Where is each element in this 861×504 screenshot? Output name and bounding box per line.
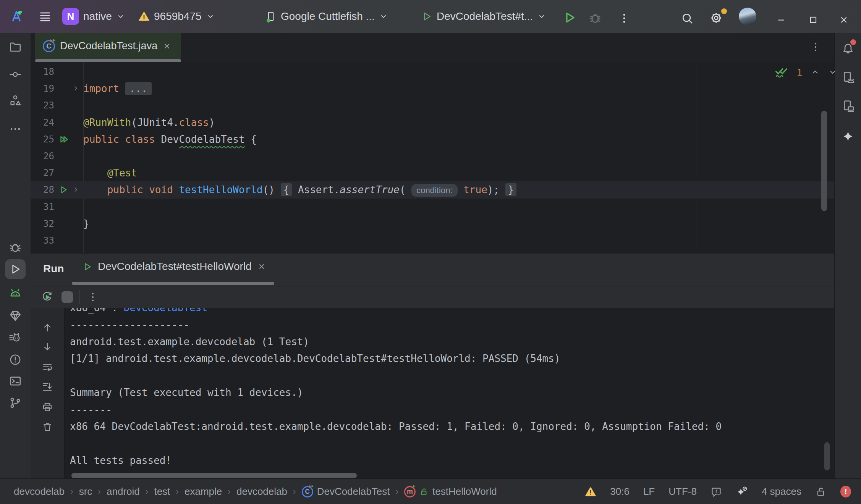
console-hscrollbar[interactable] (71, 473, 357, 478)
breadcrumb-item[interactable]: android (107, 486, 140, 498)
error-badge[interactable]: ! (840, 486, 851, 498)
code-text: } (83, 218, 89, 229)
console-scroll-to-end-button[interactable] (42, 381, 53, 393)
prev-highlight-icon[interactable] (811, 68, 820, 77)
breadcrumb-separator: › (70, 486, 73, 497)
gutter-icons (54, 63, 83, 80)
code-line-28[interactable]: 28 public void testHelloWorld() { Assert… (31, 181, 834, 198)
breadcrumb-item[interactable]: src (79, 486, 92, 498)
debug-button[interactable] (588, 10, 602, 26)
line-number: 32 (31, 218, 54, 229)
caret-position[interactable]: 30:6 (610, 486, 630, 498)
tool-stripe-debug-button[interactable] (5, 237, 26, 257)
file-encoding[interactable]: UTF-8 (668, 486, 697, 498)
code-line-31[interactable]: 31 (31, 199, 834, 215)
editor-tab-label: DevCodelabTest.java (60, 40, 157, 52)
run-tab[interactable]: DevCodelabTest#testHelloWorld (82, 260, 266, 273)
tool-stripe-project-button[interactable] (5, 37, 26, 57)
breadcrumb-item[interactable]: devcodelab (236, 486, 287, 498)
breadcrumb-separator: › (395, 486, 398, 497)
run-tabstrip-scrollbar[interactable] (72, 282, 274, 285)
run-tab-close-icon[interactable] (257, 262, 266, 271)
code-line-33[interactable]: 33 (31, 232, 834, 249)
rerun-button[interactable] (40, 291, 53, 304)
console-output[interactable]: x86_64 : DevCodelabTest-----------------… (64, 308, 834, 479)
tool-stripe-logcat-button[interactable] (5, 283, 26, 303)
run-tab-label: DevCodelabTest#testHelloWorld (98, 260, 252, 273)
tool-stripe-notifications-button[interactable] (838, 39, 858, 58)
warning-icon[interactable] (585, 486, 596, 498)
console-line (70, 367, 834, 384)
breadcrumb-method[interactable]: mtestHelloWorld (404, 486, 497, 498)
maximize-button[interactable] (808, 11, 818, 28)
run-panel-title: Run (43, 263, 64, 275)
search-everywhere-button[interactable] (681, 10, 694, 27)
fold-chevron-icon[interactable] (73, 85, 79, 92)
java-test-class-icon: C (302, 486, 313, 498)
run-more-options-button[interactable] (87, 291, 99, 303)
code-line-18[interactable]: 18 (31, 63, 834, 80)
console-arrow-down-button[interactable] (42, 341, 53, 352)
console-soft-wrap-button[interactable] (42, 361, 53, 373)
run-test-icon[interactable] (59, 185, 69, 195)
code-line-19[interactable]: 19import ... (31, 80, 834, 97)
run-configuration-selector[interactable]: DevCodelabTest#t... (421, 8, 546, 25)
code-line-32[interactable]: 32} (31, 215, 834, 232)
console-clear-all-button[interactable] (42, 421, 53, 433)
breadcrumb-item[interactable]: example (184, 486, 222, 498)
code-line-24[interactable]: 24@RunWith(JUnit4.class) (31, 114, 834, 131)
unlock-icon[interactable] (815, 486, 827, 498)
code-line-25[interactable]: 25public class DevCodelabTest { (31, 131, 834, 148)
inspection-bubble-icon[interactable] (710, 486, 722, 498)
code-line-26[interactable]: 26 (31, 148, 834, 165)
run-class-icon[interactable] (59, 134, 70, 144)
tool-stripe-run-button[interactable] (5, 259, 26, 279)
more-actions-button[interactable] (618, 10, 630, 27)
tool-stripe-profiler-button[interactable] (5, 327, 26, 347)
avatar[interactable] (739, 8, 756, 25)
gutter-icons (54, 232, 83, 249)
hamburger-menu[interactable] (38, 8, 52, 25)
run-button[interactable] (562, 9, 577, 26)
code-line-23[interactable]: 23 (31, 97, 834, 114)
console-arrow-up-button[interactable] (42, 322, 53, 333)
code-text: public class DevCodelabTest { (83, 134, 257, 145)
tool-stripe-terminal-button[interactable] (5, 371, 26, 391)
device-selector[interactable]: Google Cuttlefish ... (265, 8, 388, 25)
code-editor[interactable]: 1819import ...2324@RunWith(JUnit4.class)… (31, 62, 834, 253)
tool-stripe-version-control-button[interactable] (5, 393, 26, 413)
tabstrip-scrollbar[interactable] (35, 59, 181, 62)
tool-stripe-running-devices-button[interactable] (838, 68, 858, 87)
tool-stripe-commit-button[interactable] (5, 65, 26, 84)
fold-chevron-icon[interactable] (73, 186, 79, 193)
tool-stripe-structure-button[interactable] (5, 90, 26, 110)
console-vscrollbar[interactable] (824, 442, 830, 470)
editor-scrollbar[interactable] (821, 111, 827, 211)
tool-stripe-app-quality-insights-button[interactable] (5, 306, 26, 326)
code-line-27[interactable]: 27 @Test (31, 165, 834, 181)
next-highlight-icon[interactable] (828, 68, 837, 77)
indent-setting[interactable]: 4 spaces (762, 486, 801, 498)
tool-stripe-layout-inspector-button[interactable] (838, 96, 858, 116)
breadcrumb-class[interactable]: CDevCodelabTest (302, 486, 390, 498)
project-selector[interactable]: N native (62, 8, 125, 25)
close-button[interactable] (839, 11, 849, 28)
tab-options-icon[interactable] (810, 41, 821, 53)
console-link[interactable]: DevCodelabTest (124, 308, 207, 313)
code-text: @Test (83, 167, 137, 179)
tool-stripe-gemini-button[interactable] (838, 126, 858, 146)
breadcrumb-item[interactable]: devcodelab (14, 486, 65, 498)
gutter-icons (54, 131, 83, 148)
tab-close-icon[interactable] (162, 42, 172, 51)
line-separator[interactable]: LF (643, 486, 655, 498)
editor-tab-devcodelabtest[interactable]: C DevCodelabTest.java (35, 33, 181, 59)
breadcrumb-item[interactable]: test (154, 486, 170, 498)
inspection-widget[interactable]: 1 (775, 66, 837, 78)
vcs-branch-selector[interactable]: 9659b475 (138, 8, 215, 25)
tool-stripe-problems-button[interactable] (5, 350, 26, 370)
tool-stripe-more-horizontal-button[interactable] (5, 119, 26, 139)
stop-button[interactable] (62, 291, 73, 303)
ai-sparkle-disabled-icon[interactable] (736, 486, 748, 498)
console-print-button[interactable] (42, 401, 53, 413)
minimize-button[interactable] (776, 11, 786, 28)
